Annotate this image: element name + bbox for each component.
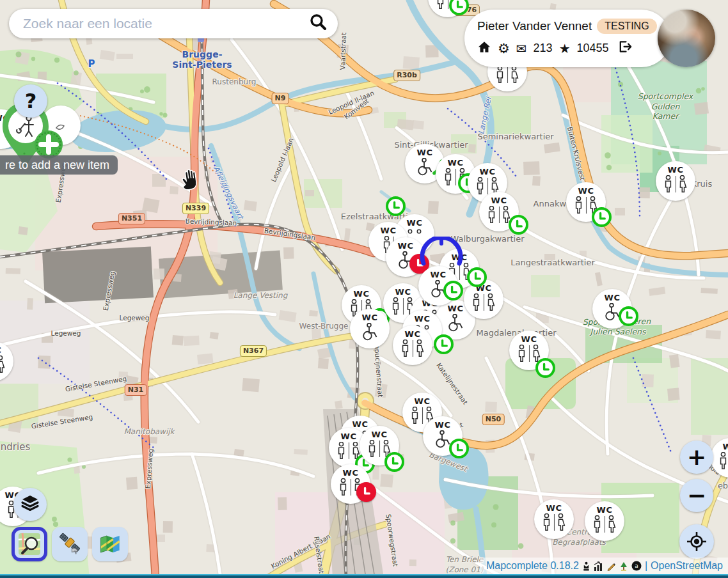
marker-wc-label: WC <box>415 315 431 323</box>
layers-icon <box>20 494 40 515</box>
zoom-in-button[interactable]: + <box>680 441 713 474</box>
marker-wc-label: WC <box>372 430 388 439</box>
hand-cursor-icon <box>177 166 203 196</box>
marker-wc-label: WC <box>395 288 411 296</box>
marker-wc-label: WC <box>417 148 433 157</box>
zoom-out-label: − <box>687 484 706 507</box>
satellite-icon <box>58 532 82 556</box>
toilet-map-marker[interactable]: WC <box>360 426 399 465</box>
crosshair-icon <box>686 531 708 552</box>
messages-envelope-icon[interactable]: ✉ <box>516 41 527 56</box>
help-label: ? <box>25 89 37 113</box>
toilet-map-marker[interactable]: WC <box>418 266 458 306</box>
logout-icon[interactable] <box>618 40 633 56</box>
attribution-separator: | <box>645 560 647 572</box>
marker-wc-label: WC <box>480 168 496 176</box>
zoom-out-button[interactable]: − <box>680 479 713 512</box>
search-icon[interactable] <box>308 13 328 35</box>
marker-wc-label: WC <box>597 506 613 514</box>
toilet-map-marker[interactable]: WC <box>423 416 463 456</box>
toilet-map-marker[interactable]: WC <box>428 0 468 17</box>
stats-chart-icon[interactable] <box>594 561 603 571</box>
marker-wc-label: WC <box>448 159 464 167</box>
map-viewport[interactable]: Brugge- Sint-PietersRustenburgSint-Gilli… <box>0 0 728 578</box>
toilet-map-marker[interactable]: WC <box>331 464 370 504</box>
star-icon: ★ <box>559 41 571 56</box>
marker-wc-label: WC <box>723 442 728 451</box>
marker-wc-label: WC <box>546 504 562 512</box>
edit-pencil-icon[interactable] <box>606 561 616 571</box>
opening-hours-open-badge <box>467 267 487 287</box>
marker-wc-label: WC <box>452 253 468 262</box>
avatar[interactable] <box>658 10 715 67</box>
toilet-map-marker[interactable]: WC <box>479 192 519 231</box>
user-panel[interactable]: Pieter Vander Vennet TESTING ⚙ ✉ 213 ★ 1… <box>464 10 670 67</box>
marker-wc-label: WC <box>354 290 370 298</box>
toilet-map-marker[interactable]: WC <box>711 438 728 478</box>
toilet-map-marker[interactable]: WC <box>534 499 574 539</box>
marker-wc-label: WC <box>521 335 537 343</box>
opening-hours-open-badge <box>619 306 638 326</box>
opening-hours-open-badge <box>509 215 528 235</box>
mapcomplete-version-link[interactable]: Mapcomplete 0.18.2 <box>486 560 579 572</box>
bottom-strip <box>0 574 728 578</box>
marker-wc-label: WC <box>605 293 621 302</box>
attribution-bar[interactable]: Mapcomplete 0.18.2 a | OpenStreetMap <box>480 558 728 574</box>
opening-hours-open-badge <box>434 334 454 354</box>
map-badge-marker[interactable] <box>376 186 415 226</box>
marker-wc-label: WC <box>362 313 378 322</box>
search-bar[interactable] <box>9 9 338 38</box>
toilet-map-marker[interactable]: WC <box>0 341 13 381</box>
testing-badge: TESTING <box>597 19 656 34</box>
toilet-map-marker[interactable]: WC <box>350 309 390 348</box>
theme-tree-icon[interactable] <box>619 561 628 571</box>
basemap-osm-carto-button[interactable] <box>12 527 47 561</box>
marker-wc-label: WC <box>398 242 414 250</box>
opening-hours-open-badge <box>386 196 406 216</box>
marker-wc-label: WC <box>668 166 684 174</box>
marker-wc-label: WC <box>343 469 359 477</box>
opening-hours-open-badge <box>449 439 469 458</box>
opening-hours-open-badge <box>592 207 612 227</box>
toilet-map-marker[interactable]: WC <box>566 182 606 222</box>
marker-wc-label: WC <box>491 196 507 205</box>
toilet-map-marker[interactable]: WC <box>393 325 432 365</box>
contributor-statue-icon[interactable] <box>582 561 590 571</box>
help-button[interactable]: ? <box>14 84 47 118</box>
marker-wc-label: WC <box>405 330 421 338</box>
marker-wc-label: WC <box>431 270 447 279</box>
osm-carto-icon <box>17 532 42 556</box>
marker-wc-label: WC <box>381 226 397 235</box>
basemap-map-button[interactable] <box>92 527 128 561</box>
home-icon[interactable] <box>477 41 491 56</box>
toilet-map-marker[interactable]: WC <box>592 289 632 329</box>
community-badge-icon[interactable]: a <box>631 561 642 571</box>
opening-hours-open-badge <box>443 281 463 301</box>
user-name: Pieter Vander Vennet <box>477 19 592 33</box>
zoom-in-label: + <box>687 446 706 469</box>
svg-text:a: a <box>635 563 638 569</box>
changesets-count: 10455 <box>577 42 609 55</box>
marker-wc-label: WC <box>578 187 594 195</box>
basemap-satellite-button[interactable] <box>52 527 88 561</box>
settings-gear-icon[interactable]: ⚙ <box>498 41 510 56</box>
opening-hours-closed-badge <box>356 482 376 502</box>
marker-wc-label: WC <box>435 421 451 429</box>
marker-wc-label: WC <box>341 432 357 441</box>
marker-wc-label: WC <box>0 346 1 354</box>
toilet-map-marker[interactable]: WC <box>585 501 624 541</box>
tooltip-text: re to add a new item <box>5 159 109 171</box>
opening-hours-open-badge <box>384 452 404 472</box>
toilet-map-marker[interactable]: WC <box>509 331 549 370</box>
marker-wc-label: WC <box>415 397 431 405</box>
opening-hours-open-badge <box>535 358 555 378</box>
opening-hours-open-badge <box>449 0 469 15</box>
layers-button[interactable] <box>13 488 47 521</box>
geolocate-button[interactable] <box>679 524 714 559</box>
messages-count: 213 <box>534 42 553 55</box>
add-item-tooltip: re to add a new item <box>0 155 118 175</box>
toilet-map-marker[interactable]: WC <box>656 161 695 201</box>
openstreetmap-link[interactable]: OpenStreetMap <box>651 560 723 572</box>
search-input[interactable] <box>22 15 308 32</box>
folded-map-icon <box>98 532 122 556</box>
